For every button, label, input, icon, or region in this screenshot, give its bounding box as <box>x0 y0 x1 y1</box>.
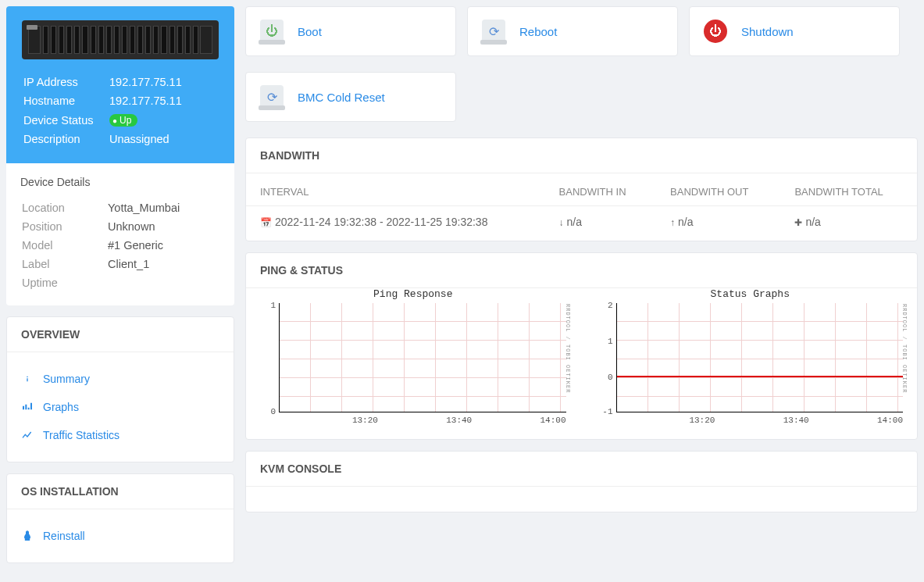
col-in: BANDWITH IN <box>545 173 656 206</box>
model-label: Model <box>22 237 106 254</box>
arrow-up-icon: ↑ <box>670 217 675 228</box>
ping-response-chart: Ping Response 1 0 . 13:20 13:40 14:00 RR… <box>260 288 566 425</box>
label-value: Client_1 <box>108 255 219 273</box>
ping-status-card: PING & STATUS Ping Response 1 0 . 13:20 … <box>245 252 918 440</box>
uptime-label: Uptime <box>22 274 106 291</box>
device-hero: IP Address192.177.75.11 Hostname192.177.… <box>6 6 234 163</box>
linux-icon <box>21 530 34 542</box>
status-label: Device Status <box>23 111 108 129</box>
os-install-heading: OS INSTALLATION <box>7 474 234 509</box>
ip-label: IP Address <box>23 73 108 91</box>
nav-summary[interactable]: Summary <box>21 373 219 385</box>
kvm-heading: KVM CONSOLE <box>246 452 917 487</box>
location-label: Location <box>22 199 106 216</box>
description-value: Unassigned <box>109 130 217 148</box>
nav-reinstall[interactable]: Reinstall <box>21 530 219 542</box>
power-off-icon: ⏻ <box>704 20 727 43</box>
device-details: Device Details LocationYotta_Mumbai Posi… <box>6 163 234 305</box>
os-install-card: OS INSTALLATION Reinstall <box>6 473 234 563</box>
nav-traffic[interactable]: Traffic Statistics <box>21 429 219 441</box>
table-row: 📅2022-11-24 19:32:38 - 2022-11-25 19:32:… <box>246 206 917 241</box>
power-icon: ⏻ <box>260 20 284 43</box>
hostname-label: Hostname <box>23 92 108 109</box>
rrdtool-label: RRDTOOL / TOBI OETIKER <box>565 304 571 393</box>
calendar-icon: 📅 <box>260 217 272 228</box>
nav-graphs[interactable]: Graphs <box>21 401 219 413</box>
location-value: Yotta_Mumbai <box>108 199 219 216</box>
shutdown-button[interactable]: ⏻ Shutdown <box>689 6 900 56</box>
bar-chart-icon <box>21 401 34 413</box>
bandwidth-heading: BANDWITH <box>246 138 917 173</box>
refresh-icon: ⟳ <box>482 20 505 43</box>
line-chart-icon <box>21 429 34 441</box>
bandwidth-card: BANDWITH INTERVAL BANDWITH IN BANDWITH O… <box>245 137 918 241</box>
overview-card: OVERVIEW Summary Graphs Traffic Statisti… <box>6 316 234 462</box>
plus-icon: ✚ <box>794 217 802 228</box>
boot-button[interactable]: ⏻ Boot <box>245 6 456 56</box>
status-series-line <box>617 376 904 377</box>
device-details-heading: Device Details <box>20 176 220 188</box>
ping-status-heading: PING & STATUS <box>246 253 917 288</box>
reboot-button[interactable]: ⟳ Reboot <box>467 6 678 56</box>
info-icon <box>21 373 34 385</box>
col-total: BANDWITH TOTAL <box>780 173 917 206</box>
overview-heading: OVERVIEW <box>7 317 234 352</box>
power-actions-panel: ⏻ Boot ⟳ Reboot ⏻ Shutdown ⟳ BMC Cold Re… <box>245 6 918 122</box>
server-image <box>22 20 219 59</box>
bandwidth-table: INTERVAL BANDWITH IN BANDWITH OUT BANDWI… <box>246 173 917 241</box>
refresh-icon: ⟳ <box>260 85 284 109</box>
model-value: #1 Generic <box>108 237 219 254</box>
label-label: Label <box>22 255 106 273</box>
ip-value: 192.177.75.11 <box>109 73 217 91</box>
hostname-value: 192.177.75.11 <box>109 92 217 109</box>
kvm-console-card: KVM CONSOLE <box>245 451 918 512</box>
description-label: Description <box>23 130 108 148</box>
uptime-value <box>108 274 219 291</box>
device-hero-card: IP Address192.177.75.11 Hostname192.177.… <box>6 6 234 305</box>
position-value: Unknown <box>108 218 219 235</box>
col-interval: INTERVAL <box>246 173 545 206</box>
bmc-reset-button[interactable]: ⟳ BMC Cold Reset <box>245 72 456 122</box>
arrow-down-icon: ↓ <box>559 217 564 228</box>
rrdtool-label: RRDTOOL / TOBI OETIKER <box>901 304 908 393</box>
status-graphs-chart: Status Graphs 2 1 0 -1 . 13:20 13:40 14:… <box>598 288 904 425</box>
col-out: BANDWITH OUT <box>656 173 780 206</box>
position-label: Position <box>22 218 106 235</box>
status-badge: Up <box>109 114 137 127</box>
